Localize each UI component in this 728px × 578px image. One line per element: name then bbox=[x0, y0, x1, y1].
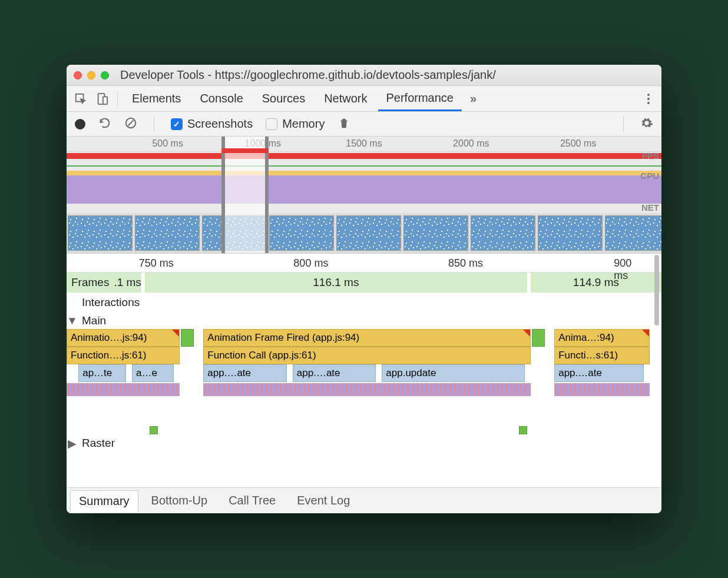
tab-call-tree[interactable]: Call Tree bbox=[220, 490, 284, 511]
tab-bottom-up[interactable]: Bottom-Up bbox=[143, 490, 216, 511]
flame-event[interactable]: app.…ate bbox=[293, 364, 376, 382]
separator bbox=[117, 91, 118, 107]
frame-duration: 114.9 ms bbox=[531, 276, 661, 289]
tab-console[interactable]: Console bbox=[191, 87, 251, 110]
tab-summary[interactable]: Summary bbox=[70, 490, 138, 512]
ruler-tick: 900 ms bbox=[614, 257, 637, 282]
clear-button[interactable] bbox=[124, 117, 137, 132]
ruler-tick: 800 ms bbox=[293, 257, 328, 270]
window-title: Developer Tools - https://googlechrome.g… bbox=[114, 68, 654, 82]
flame-micro-events[interactable] bbox=[67, 383, 180, 396]
flame-event[interactable]: Function Call (app.js:61) bbox=[203, 347, 531, 364]
titlebar: Developer Tools - https://googlechrome.g… bbox=[67, 65, 661, 86]
screenshot-thumb[interactable] bbox=[135, 215, 200, 251]
svg-rect-2 bbox=[103, 97, 107, 104]
overview-pane[interactable]: 500 ms 1000 ms 1500 ms 2000 ms 2500 ms F… bbox=[67, 137, 661, 254]
screenshot-thumb[interactable] bbox=[605, 215, 661, 251]
overview-cpu: CPU bbox=[67, 171, 661, 204]
flame-event[interactable]: Functi…s:61) bbox=[554, 347, 650, 364]
interactions-track[interactable]: Interactions bbox=[67, 293, 661, 313]
screenshot-thumb[interactable] bbox=[538, 215, 603, 251]
fps-label: FPS bbox=[642, 151, 659, 161]
main-track-header[interactable]: ▼ Main bbox=[67, 313, 661, 329]
memory-label: Memory bbox=[282, 117, 325, 131]
checkbox-unchecked-icon bbox=[266, 118, 277, 130]
tab-network[interactable]: Network bbox=[316, 87, 375, 110]
minimize-icon[interactable] bbox=[87, 71, 95, 79]
flame-event[interactable]: Anima…:94) bbox=[554, 329, 650, 347]
scrollbar-thumb[interactable] bbox=[654, 255, 659, 325]
close-icon[interactable] bbox=[74, 71, 82, 79]
overview-ruler: 500 ms 1000 ms 1500 ms 2000 ms 2500 ms bbox=[67, 137, 661, 152]
panel-tabs: Elements Console Sources Network Perform… bbox=[67, 86, 661, 112]
ov-tick: 1500 ms bbox=[346, 138, 382, 149]
delete-button[interactable] bbox=[337, 117, 350, 132]
collapse-icon[interactable]: ▼ bbox=[67, 314, 77, 327]
screenshot-thumb[interactable] bbox=[68, 215, 133, 251]
screenshots-label: Screenshots bbox=[187, 117, 253, 131]
raster-event[interactable] bbox=[519, 426, 527, 434]
overview-fps: FPS bbox=[67, 152, 661, 161]
reload-button[interactable] bbox=[98, 117, 111, 132]
flame-event[interactable]: app.…ate bbox=[554, 364, 644, 382]
frame-duration: 116.1 ms bbox=[145, 276, 527, 289]
memory-checkbox[interactable]: Memory bbox=[266, 117, 325, 131]
overview-net: NET bbox=[67, 204, 661, 213]
main-label: Main bbox=[77, 314, 118, 327]
flame-event[interactable]: ap…te bbox=[78, 364, 126, 382]
tabs-overflow-icon[interactable]: » bbox=[464, 89, 484, 108]
frame-duration: .1 ms bbox=[114, 276, 141, 289]
screenshot-thumb[interactable] bbox=[403, 215, 468, 251]
ruler-tick: 750 ms bbox=[139, 257, 174, 270]
devtools-window: Developer Tools - https://googlechrome.g… bbox=[67, 65, 661, 513]
interactions-label: Interactions bbox=[77, 296, 144, 309]
overview-greenline bbox=[67, 161, 661, 171]
cpu-label: CPU bbox=[640, 171, 659, 181]
screenshot-thumb[interactable] bbox=[471, 215, 535, 251]
flame-micro-events[interactable] bbox=[203, 383, 531, 396]
window-controls bbox=[74, 71, 109, 79]
frames-track[interactable]: Frames .1 ms 116.1 ms 114.9 ms bbox=[67, 273, 661, 293]
flame-event[interactable]: a…e bbox=[132, 364, 174, 382]
menu-icon[interactable] bbox=[640, 91, 657, 107]
flame-event[interactable]: Animatio….js:94) bbox=[67, 329, 180, 347]
screenshot-thumb[interactable] bbox=[336, 215, 401, 251]
tab-performance[interactable]: Performance bbox=[378, 87, 462, 111]
overview-screenshots bbox=[67, 213, 661, 253]
tab-event-log[interactable]: Event Log bbox=[289, 490, 358, 511]
flame-micro-events[interactable] bbox=[554, 383, 650, 396]
flame-event[interactable]: app.update bbox=[382, 364, 524, 382]
flame-event[interactable] bbox=[532, 329, 545, 347]
perf-toolbar: Screenshots Memory bbox=[67, 112, 661, 137]
ruler-tick: 850 ms bbox=[448, 257, 483, 270]
inspect-element-icon[interactable] bbox=[71, 89, 90, 108]
ov-tick: 500 ms bbox=[152, 138, 183, 149]
expand-icon[interactable]: ▶ bbox=[67, 437, 77, 450]
tab-sources[interactable]: Sources bbox=[254, 87, 313, 110]
device-toggle-icon[interactable] bbox=[92, 89, 111, 108]
overview-selection-handle[interactable] bbox=[221, 137, 269, 253]
separator bbox=[623, 117, 624, 132]
frames-label: Frames bbox=[67, 276, 114, 289]
main-track[interactable]: Animatio….js:94)Animation Frame Fired (a… bbox=[67, 329, 661, 435]
raster-event[interactable] bbox=[150, 426, 158, 434]
tab-elements[interactable]: Elements bbox=[124, 87, 189, 110]
record-button[interactable] bbox=[75, 119, 85, 129]
flame-event[interactable]: Animation Frame Fired (app.js:94) bbox=[203, 329, 531, 347]
maximize-icon[interactable] bbox=[101, 71, 109, 79]
flame-event[interactable] bbox=[181, 329, 194, 347]
screenshot-thumb[interactable] bbox=[269, 215, 334, 251]
settings-icon[interactable] bbox=[640, 117, 653, 132]
ov-tick: 2500 ms bbox=[560, 138, 596, 149]
screenshots-checkbox[interactable]: Screenshots bbox=[171, 117, 253, 131]
flame-event[interactable]: Function….js:61) bbox=[67, 347, 180, 364]
separator bbox=[154, 117, 154, 132]
scrollbar[interactable] bbox=[653, 254, 660, 487]
raster-track-header[interactable]: ▶ Raster bbox=[67, 435, 661, 451]
net-label: NET bbox=[641, 202, 659, 212]
raster-label: Raster bbox=[77, 437, 120, 450]
flame-chart[interactable]: 750 ms 800 ms 850 ms 900 ms Frames .1 ms… bbox=[67, 254, 661, 487]
flame-event[interactable]: app.…ate bbox=[203, 364, 286, 382]
checkbox-checked-icon bbox=[171, 118, 183, 130]
ov-tick: 2000 ms bbox=[453, 138, 489, 149]
